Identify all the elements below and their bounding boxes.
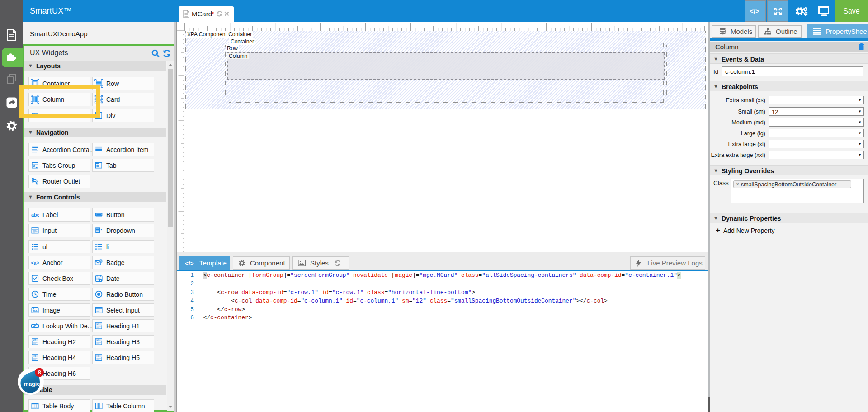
svg-text:H5: H5: [96, 354, 99, 357]
svg-text:H1: H1: [96, 322, 99, 325]
svg-text:abc: abc: [31, 212, 39, 218]
svg-text:</>: </>: [185, 260, 194, 266]
svg-text:8: 8: [38, 369, 41, 376]
svg-text:H2: H2: [33, 338, 36, 341]
svg-text:H3: H3: [96, 338, 99, 341]
svg-text:00: 00: [100, 260, 103, 262]
svg-text:magic: magic: [24, 381, 40, 387]
svg-text:H4: H4: [33, 354, 36, 357]
svg-text:</>: </>: [750, 8, 760, 15]
svg-text:<a>: <a>: [31, 261, 39, 266]
